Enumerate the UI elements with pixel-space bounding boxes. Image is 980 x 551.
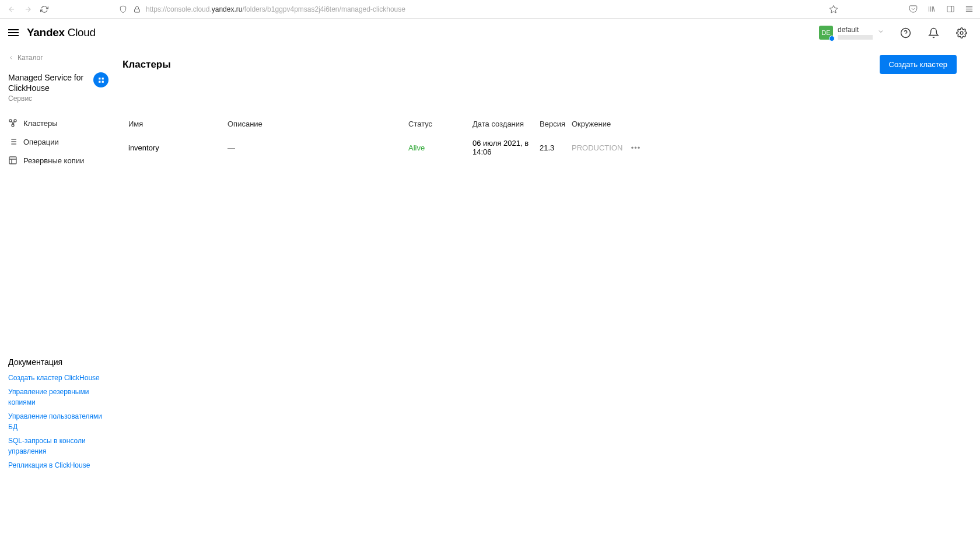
svg-point-14 <box>9 120 12 122</box>
reload-button[interactable] <box>38 3 50 15</box>
svg-rect-11 <box>102 78 103 79</box>
table-header: Имя Описание Статус Дата создания Версия… <box>123 115 957 133</box>
sidebar-item-operations[interactable]: Операции <box>8 133 108 150</box>
svg-rect-13 <box>102 80 103 82</box>
library-icon[interactable] <box>926 4 937 15</box>
row-actions-button[interactable]: ••• <box>624 143 648 152</box>
gear-icon[interactable] <box>951 22 972 43</box>
url-text: https://console.cloud.yandex.ru/folders/… <box>146 5 405 13</box>
svg-point-9 <box>960 31 963 34</box>
browser-chrome: https://console.cloud.yandex.ru/folders/… <box>0 0 980 19</box>
help-icon[interactable] <box>895 22 916 43</box>
hamburger-menu[interactable] <box>8 27 20 38</box>
cell-status: Alive <box>408 143 473 152</box>
sidebar-item-backups[interactable]: Резервные копии <box>8 152 108 169</box>
operations-icon <box>8 137 18 146</box>
svg-rect-2 <box>947 6 953 12</box>
breadcrumb[interactable]: Каталог <box>8 54 108 62</box>
svg-rect-0 <box>135 9 140 12</box>
lock-icon <box>132 4 142 15</box>
avatar-badge-icon <box>829 36 835 41</box>
menu-icon[interactable] <box>964 4 974 15</box>
bell-icon[interactable] <box>923 22 944 43</box>
cell-name: inventory <box>128 143 228 152</box>
app-header: Yandex Cloud DE default <box>0 19 980 47</box>
doc-title: Документация <box>8 357 108 367</box>
chevron-down-icon <box>877 28 884 37</box>
back-button[interactable] <box>6 3 18 15</box>
sidebar-item-label: Резервные копии <box>23 156 84 165</box>
service-icon <box>93 72 108 87</box>
col-header-name[interactable]: Имя <box>128 120 228 128</box>
col-header-date[interactable]: Дата создания <box>473 120 540 128</box>
chevron-left-icon <box>8 55 14 61</box>
sidebar-icon[interactable] <box>945 4 956 15</box>
shield-icon <box>118 4 128 15</box>
sidebar-item-label: Кластеры <box>23 119 58 128</box>
page-title: Кластеры <box>123 59 171 71</box>
doc-link[interactable]: Создать кластер ClickHouse <box>8 373 108 383</box>
cell-desc: — <box>228 143 408 152</box>
doc-link[interactable]: SQL-запросы в консоли управления <box>8 436 108 457</box>
table-row[interactable]: inventory — Alive 06 июля 2021, в 14:06 … <box>123 133 957 162</box>
col-header-version[interactable]: Версия <box>540 120 572 128</box>
pocket-icon[interactable] <box>908 4 918 15</box>
url-bar[interactable]: https://console.cloud.yandex.ru/folders/… <box>113 4 824 15</box>
clusters-table: Имя Описание Статус Дата создания Версия… <box>123 115 957 162</box>
svg-rect-10 <box>99 78 100 79</box>
user-sub-placeholder <box>838 35 873 40</box>
svg-point-15 <box>14 120 16 122</box>
doc-link[interactable]: Управление резервными копиями <box>8 387 108 408</box>
cell-env: PRODUCTION <box>572 143 624 152</box>
svg-marker-1 <box>830 5 837 13</box>
svg-rect-23 <box>9 157 16 164</box>
create-cluster-button[interactable]: Создать кластер <box>880 55 957 74</box>
service-sub: Сервис <box>8 94 108 103</box>
backups-icon <box>8 156 18 165</box>
svg-point-7 <box>901 28 910 37</box>
svg-rect-12 <box>99 80 100 82</box>
brand-logo[interactable]: Yandex Cloud <box>27 26 96 39</box>
chrome-right-icons <box>908 4 974 15</box>
service-name: Managed Service for ClickHouse <box>8 72 90 93</box>
col-header-env[interactable]: Окружение <box>572 120 624 128</box>
sidebar-item-clusters[interactable]: Кластеры <box>8 114 108 132</box>
user-name: default <box>838 26 873 34</box>
avatar: DE <box>819 26 833 40</box>
cell-date: 06 июля 2021, в 14:06 <box>473 139 540 156</box>
sidebar-item-label: Операции <box>23 138 59 146</box>
cell-version: 21.3 <box>540 143 572 152</box>
main-content: Кластеры Создать кластер Имя Описание Ст… <box>117 47 980 551</box>
col-header-desc[interactable]: Описание <box>228 120 408 128</box>
user-chip[interactable]: DE default <box>816 23 888 42</box>
sidebar: Каталог Managed Service for ClickHouse С… <box>0 47 117 551</box>
col-header-status[interactable]: Статус <box>408 120 473 128</box>
bookmark-icon[interactable] <box>828 4 839 15</box>
doc-link[interactable]: Управление пользователями БД <box>8 411 108 432</box>
forward-button[interactable] <box>22 3 34 15</box>
doc-link[interactable]: Репликация в ClickHouse <box>8 460 108 471</box>
clusters-icon <box>8 118 18 128</box>
